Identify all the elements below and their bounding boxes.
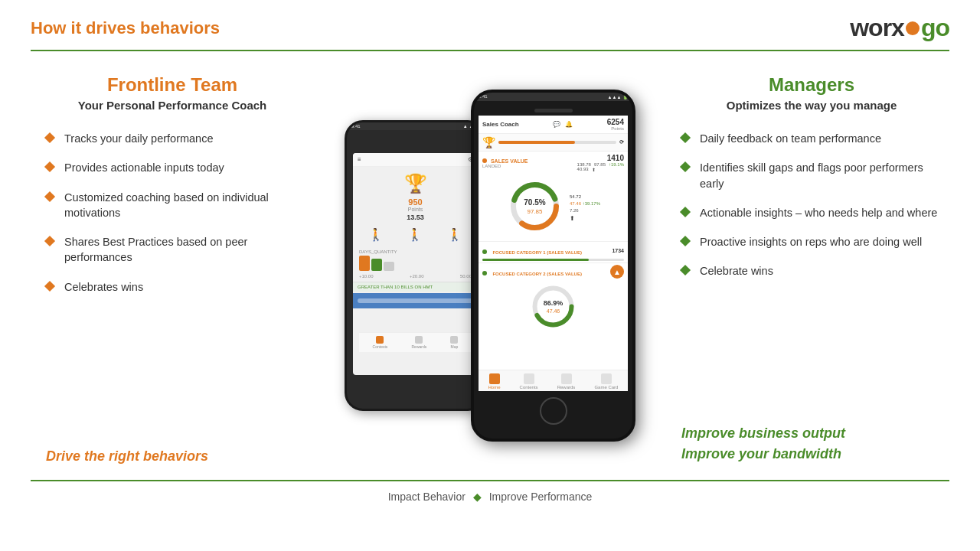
cat2-btn[interactable]: ▲ — [610, 265, 624, 279]
svg-text:86.9%: 86.9% — [544, 299, 564, 307]
back-screen: ≡ ⚙ 🏆 950 Points 13.53 🚶 🚶 🚶 — [353, 153, 478, 375]
list-item: Customized coaching based on individual … — [46, 190, 299, 221]
sv-sub: LANDED — [482, 164, 528, 168]
bullet-text: Daily feedback on team performance — [700, 131, 881, 146]
fc1-label: FOCUSED CATEGORY 1 (SALES VALUE) — [492, 250, 581, 255]
bullet-icon — [44, 236, 55, 246]
bullet-text: Shares Best Practices based on peer perf… — [64, 234, 299, 266]
right-cta-text: Improve business output Improve your ban… — [681, 423, 942, 465]
donut-row: 70.5% 97.85 54.72 47.46 ↑39.17% 7.26 ⬆ — [479, 174, 628, 241]
right-panel-title: Managers — [681, 74, 942, 96]
footer: Impact Behavior ◆ Improve Performance — [0, 481, 980, 512]
sc-title: Sales Coach — [482, 121, 519, 128]
right-panel: Managers Optimizes the way you manage Da… — [658, 51, 980, 480]
left-panel-title: Frontline Team — [46, 74, 299, 96]
donut1: 70.5% 97.85 — [506, 178, 564, 238]
nav-contents[interactable]: Contents — [520, 373, 538, 390]
donut2-area: 86.9% 47.46 — [479, 280, 628, 333]
back-score-label: Points — [353, 207, 478, 212]
list-item: Celebrate wins — [681, 263, 942, 279]
bullet-text: Provides actionable inputs today — [64, 160, 224, 175]
sv-num: 1410 — [577, 154, 624, 162]
logo-worx: worx — [850, 14, 904, 42]
bullet-icon — [44, 132, 55, 143]
list-item: Actionable insights – who needs help and… — [681, 205, 942, 220]
phone-speaker — [534, 109, 573, 112]
figures-row: 🚶 🚶 🚶 — [353, 223, 478, 246]
bullet-icon — [680, 132, 691, 143]
bullet-icon — [680, 265, 691, 276]
back-score: 950 — [353, 197, 478, 207]
bullet-text: Celebrates wins — [64, 279, 143, 295]
list-item: Celebrates wins — [46, 279, 299, 295]
bullet-icon — [680, 161, 691, 172]
list-item: Proactive insights on reps who are doing… — [681, 234, 942, 249]
left-bullet-list: Tracks your daily performance Provides a… — [46, 131, 299, 433]
app-nav: Home Contents Rewards Game Card — [479, 370, 628, 391]
trophy-area: 🏆 — [353, 167, 478, 197]
status-bar-front: 9:41 ▲▲▲ 🔋 — [474, 93, 632, 101]
title-highlight: behaviors — [140, 18, 220, 37]
bullet-text: Tracks your daily performance — [64, 131, 213, 146]
score-bars: DAYS_QUANTITY +10.00 +20.00 50.00 — [353, 246, 478, 282]
focused-cat-1: FOCUSED CATEGORY 1 (SALES VALUE) 1734 — [479, 241, 628, 262]
sales-coach-header: Sales Coach 💬 🔔 6254 Points — [479, 116, 628, 134]
footer-text1: Impact Behavior — [388, 491, 466, 503]
svg-text:97.85: 97.85 — [527, 208, 543, 215]
nav-rewards[interactable]: Rewards — [557, 373, 576, 390]
back-rank: 13.53 — [353, 212, 478, 223]
footer-text2: Improve Performance — [489, 491, 593, 503]
bullet-icon — [680, 236, 691, 246]
main-content: Frontline Team Your Personal Performance… — [0, 51, 980, 480]
list-item: Identifies skill gaps and flags poor per… — [681, 160, 942, 191]
bullet-text: Actionable insights – who needs help and… — [700, 205, 937, 220]
bullet-icon — [680, 207, 691, 217]
cta-line1: Improve business output — [681, 423, 942, 444]
list-item: Provides actionable inputs today — [46, 160, 299, 175]
status-bar-back: 9:41 ▲ ▲ ▲ — [347, 122, 484, 130]
left-panel-subtitle: Your Personal Performance Coach — [46, 99, 299, 112]
svg-text:70.5%: 70.5% — [524, 198, 545, 207]
page-title: How it drives behaviors — [31, 18, 220, 38]
list-item: Tracks your daily performance — [46, 131, 299, 146]
back-app-header: ≡ ⚙ — [353, 153, 478, 167]
right-stats: 54.72 47.46 ↑39.17% 7.26 ⬆ — [570, 178, 600, 238]
sc-points: 6254 — [607, 118, 624, 126]
bullet-icon — [44, 281, 55, 292]
bullet-text: Celebrate wins — [700, 263, 773, 279]
svg-text:47.46: 47.46 — [547, 308, 560, 314]
bullet-text: Identifies skill gaps and flags poor per… — [700, 160, 942, 191]
right-panel-subtitle: Optimizes the way you manage — [681, 99, 942, 112]
donut2-svg: 86.9% 47.46 — [528, 282, 578, 331]
left-panel: Frontline Team Your Personal Performance… — [0, 51, 322, 480]
donut1-svg: 70.5% 97.85 — [506, 178, 564, 235]
bullet-icon — [44, 191, 55, 202]
phone-wrapper: 9:41 ▲ ▲ ▲ ≡ ⚙ 🏆 950 Points 13.53 🚶 — [345, 90, 635, 457]
back-nav: Contests Rewards Map — [359, 332, 472, 352]
cat2-section: FOCUSED CATEGORY 2 (SALES VALUE) ▲ — [479, 262, 628, 280]
sv-label: SALES VALUE — [482, 158, 528, 164]
nav-home[interactable]: Home — [488, 373, 501, 390]
footer-diamond: ◆ — [473, 491, 482, 503]
left-cta-text: Drive the right behaviors — [46, 448, 299, 465]
sc-pts-label: Points — [607, 126, 624, 131]
trophy-level-row: 🏆 ⟳ — [479, 134, 628, 152]
nav-gamecard[interactable]: Game Card — [594, 373, 618, 390]
bullet-text: Proactive insights on reps who are doing… — [700, 234, 922, 249]
logo-go: go — [921, 14, 949, 42]
title-prefix: How it drives — [31, 18, 140, 37]
phone-back: 9:41 ▲ ▲ ▲ ≡ ⚙ 🏆 950 Points 13.53 🚶 — [345, 120, 486, 411]
bills-row: GREATER THAN 10 BILLS ON HMT — [353, 282, 478, 292]
cta-line2: Improve your bandwidth — [681, 444, 942, 465]
highlight-bar — [353, 293, 478, 308]
home-button[interactable] — [540, 397, 567, 425]
fc2-label: FOCUSED CATEGORY 2 (SALES VALUE) — [492, 272, 581, 276]
list-item: Daily feedback on team performance — [681, 131, 942, 146]
center-panel: 9:41 ▲ ▲ ▲ ≡ ⚙ 🏆 950 Points 13.53 🚶 — [322, 51, 658, 480]
right-bullet-list: Daily feedback on team performance Ident… — [681, 131, 942, 423]
bullet-icon — [44, 161, 55, 172]
list-item: Shares Best Practices based on peer perf… — [46, 234, 299, 266]
logo-dot-icon — [906, 21, 920, 35]
front-screen: Sales Coach 💬 🔔 6254 Points 🏆 — [479, 116, 628, 391]
phone-front: 9:41 ▲▲▲ 🔋 Sales Coach 💬 🔔 — [471, 90, 635, 442]
